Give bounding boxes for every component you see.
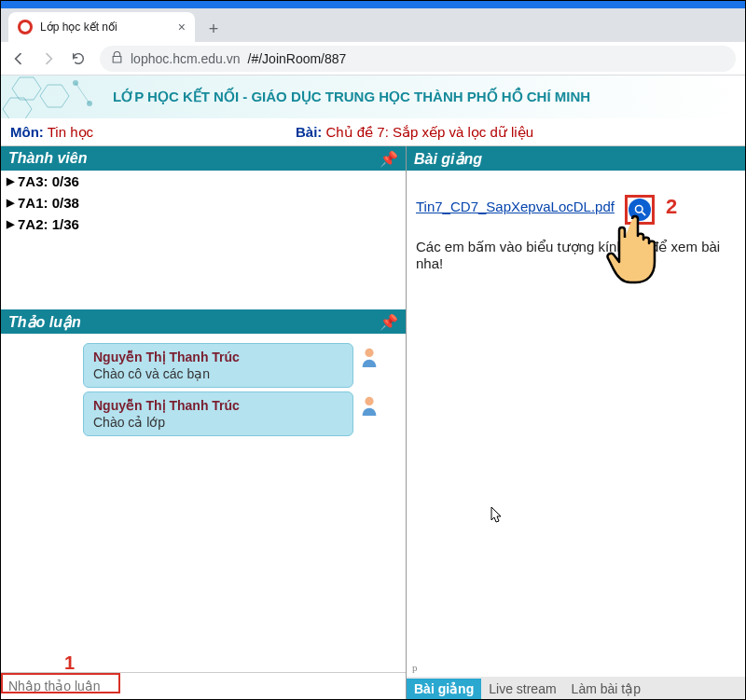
member-row[interactable]: ▶7A3: 0/36 bbox=[1, 171, 406, 192]
svg-marker-0 bbox=[12, 77, 41, 100]
caret-icon: ▶ bbox=[7, 218, 14, 230]
message-bubble: Nguyễn Thị Thanh Trúc Chào cô và các bạn bbox=[83, 343, 353, 388]
bottom-tabs: p Bài giảng Live stream Làm bài tập bbox=[407, 677, 745, 699]
svg-marker-2 bbox=[3, 98, 32, 118]
tab-strip: Lớp học kết nối × + bbox=[1, 8, 745, 42]
favicon-icon bbox=[18, 20, 33, 34]
lock-icon bbox=[111, 51, 123, 66]
message-author: Nguyễn Thị Thanh Trúc bbox=[93, 398, 343, 413]
svg-point-6 bbox=[365, 349, 373, 357]
annotation-2-box bbox=[625, 195, 655, 225]
address-bar[interactable]: lophoc.hcm.edu.vn/#/JoinRoom/887 bbox=[100, 46, 736, 72]
member-row[interactable]: ▶7A1: 0/38 bbox=[1, 192, 406, 213]
path-indicator: p bbox=[412, 662, 418, 673]
member-row[interactable]: ▶7A2: 1/36 bbox=[1, 213, 406, 235]
lecture-text: Các em bấm vào biểu tượng kính lúp để xe… bbox=[416, 239, 736, 271]
tab-stream[interactable]: Live stream bbox=[481, 679, 563, 699]
members-list: ▶7A3: 0/36 ▶7A1: 0/38 ▶7A2: 1/36 bbox=[1, 171, 406, 235]
new-tab-button[interactable]: + bbox=[200, 16, 227, 42]
header-decoration bbox=[1, 75, 104, 118]
pin-icon[interactable]: 📌 bbox=[380, 313, 398, 331]
toolbar: lophoc.hcm.edu.vn/#/JoinRoom/887 bbox=[1, 42, 745, 75]
search-icon bbox=[633, 203, 647, 217]
lecture-content: Tin7_CD7_SapXepvaLocDL.pdf 2 Các em bấm … bbox=[407, 171, 745, 281]
tab-lecture[interactable]: Bài giảng bbox=[407, 679, 481, 699]
svg-line-5 bbox=[76, 83, 90, 103]
info-bar: Môn: Tin học Bài: Chủ đề 7: Sắp xếp và l… bbox=[1, 118, 745, 146]
messages-list: Nguyễn Thị Thanh Trúc Chào cô và các bạn… bbox=[1, 334, 406, 672]
tab-exercise[interactable]: Làm bài tập bbox=[564, 679, 648, 699]
right-column: Bài giảng Tin7_CD7_SapXepvaLocDL.pdf 2 C… bbox=[407, 146, 745, 699]
main-area: Thành viên 📌 ▶7A3: 0/36 ▶7A1: 0/38 ▶7A2:… bbox=[1, 146, 745, 699]
avatar-icon bbox=[359, 347, 380, 367]
lecture-header: Bài giảng bbox=[407, 146, 745, 171]
window-top-bar bbox=[1, 1, 745, 8]
message-text: Chào cả lớp bbox=[93, 415, 343, 430]
cursor-icon bbox=[490, 506, 504, 525]
pin-icon[interactable]: 📌 bbox=[380, 150, 398, 168]
svg-point-7 bbox=[365, 397, 373, 405]
message: Nguyễn Thị Thanh Trúc Chào cả lớp bbox=[8, 391, 398, 436]
svg-line-9 bbox=[642, 212, 645, 215]
url-host: lophoc.hcm.edu.vn bbox=[131, 51, 241, 66]
forward-button[interactable] bbox=[40, 50, 57, 67]
caret-icon: ▶ bbox=[7, 175, 14, 187]
annotation-1: 1 bbox=[64, 652, 75, 674]
svg-marker-1 bbox=[40, 85, 69, 107]
browser-tab[interactable]: Lớp học kết nối × bbox=[8, 12, 195, 42]
annotation-2: 2 bbox=[666, 195, 677, 219]
message-bubble: Nguyễn Thị Thanh Trúc Chào cả lớp bbox=[83, 391, 353, 436]
page-header: LỚP HỌC KẾT NỐI - GIÁO DỤC TRUNG HỌC THÀ… bbox=[1, 75, 745, 118]
url-path: /#/JoinRoom/887 bbox=[248, 51, 347, 66]
input-row: 1 bbox=[1, 672, 406, 699]
magnify-button[interactable] bbox=[629, 199, 651, 221]
svg-point-8 bbox=[635, 205, 642, 213]
close-icon[interactable]: × bbox=[178, 20, 186, 34]
back-button[interactable] bbox=[10, 50, 27, 67]
caret-icon: ▶ bbox=[7, 197, 14, 209]
message: Nguyễn Thị Thanh Trúc Chào cô và các bạn bbox=[8, 343, 398, 388]
left-column: Thành viên 📌 ▶7A3: 0/36 ▶7A1: 0/38 ▶7A2:… bbox=[1, 146, 407, 699]
pdf-link[interactable]: Tin7_CD7_SapXepvaLocDL.pdf bbox=[416, 199, 615, 214]
lesson-label: Bài: Chủ đề 7: Sắp xếp và lọc dữ liệu bbox=[296, 124, 533, 141]
subject-label: Môn: Tin học bbox=[10, 124, 93, 141]
avatar-icon bbox=[359, 395, 380, 416]
page-title: LỚP HỌC KẾT NỐI - GIÁO DỤC TRUNG HỌC THÀ… bbox=[113, 89, 590, 105]
message-author: Nguyễn Thị Thanh Trúc bbox=[93, 350, 343, 364]
reload-button[interactable] bbox=[70, 50, 87, 67]
message-text: Chào cô và các bạn bbox=[93, 366, 343, 381]
discussion-panel: Nguyễn Thị Thanh Trúc Chào cô và các bạn… bbox=[1, 334, 406, 699]
members-header: Thành viên 📌 bbox=[1, 146, 406, 171]
discussion-header: Thảo luận 📌 bbox=[1, 309, 406, 334]
tab-title: Lớp học kết nối bbox=[40, 21, 117, 34]
discussion-input[interactable] bbox=[5, 675, 402, 697]
